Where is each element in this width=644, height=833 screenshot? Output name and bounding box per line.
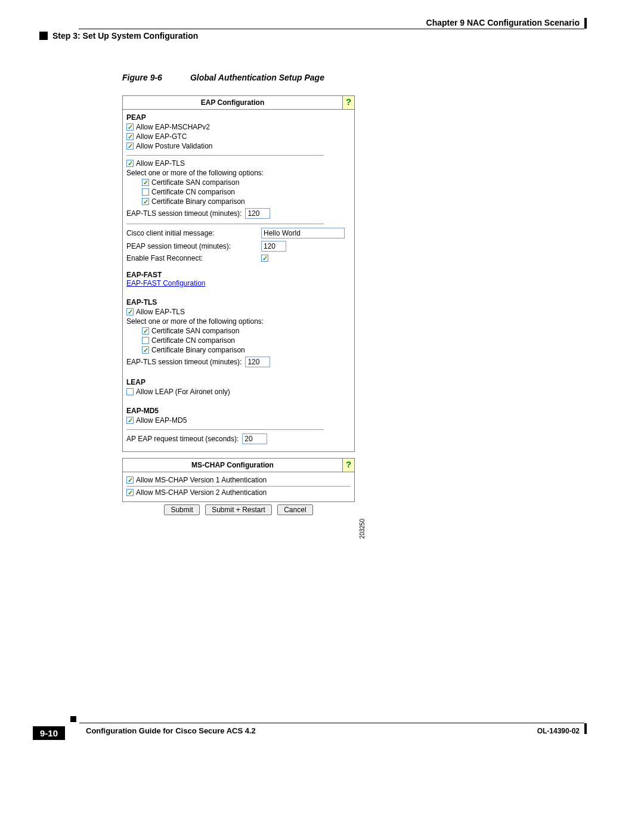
eaptls-timeout-label: EAP-TLS session timeout (minutes): [126, 358, 242, 366]
eaptls-select-hint: Select one or more of the following opti… [126, 317, 351, 326]
cancel-button[interactable]: Cancel [277, 504, 312, 515]
eapmd5-heading: EAP-MD5 [126, 407, 351, 415]
cisco-msg-label: Cisco client initial message: [126, 229, 258, 237]
help-icon[interactable]: ? [342, 96, 354, 109]
config-panel-group: EAP Configuration ? PEAP Allow EAP-MSCHA… [122, 95, 355, 515]
leap-allow-checkbox[interactable] [126, 388, 134, 395]
leap-heading: LEAP [126, 378, 351, 386]
footer-guide-title: Configuration Guide for Cisco Secure ACS… [86, 726, 256, 735]
doc-id: OL-14390-02 [537, 727, 580, 735]
divider [126, 486, 351, 487]
allow-mschapv2-checkbox[interactable] [126, 123, 134, 131]
peap-timeout-input[interactable] [261, 241, 286, 252]
peap-tls-timeout-label: EAP-TLS session timeout (minutes): [126, 209, 242, 218]
cisco-msg-input[interactable] [261, 228, 345, 239]
eaptls-cert-san-label: Certificate SAN comparison [151, 327, 239, 335]
peap-cert-bin-label: Certificate Binary comparison [151, 197, 245, 206]
fast-reconnect-checkbox[interactable] [261, 255, 268, 262]
eap-panel-title: EAP Configuration [123, 96, 342, 109]
allow-posture-label: Allow Posture Validation [136, 142, 213, 150]
peap-cert-bin-checkbox[interactable] [142, 198, 149, 205]
peap-cert-cn-label: Certificate CN comparison [151, 188, 235, 196]
allow-gtc-label: Allow EAP-GTC [136, 132, 187, 141]
divider [126, 155, 324, 156]
divider [126, 224, 324, 224]
peap-heading: PEAP [126, 113, 351, 122]
peap-allow-eaptls-checkbox[interactable] [126, 160, 134, 167]
ap-timeout-input[interactable] [242, 433, 267, 444]
eaptls-allow-label: Allow EAP-TLS [136, 308, 185, 316]
mschap-v1-label: Allow MS-CHAP Version 1 Authentication [136, 476, 267, 484]
allow-gtc-checkbox[interactable] [126, 133, 134, 140]
fast-reconnect-label: Enable Fast Reconnect: [126, 254, 258, 262]
eaptls-timeout-input[interactable] [245, 357, 270, 367]
peap-tls-timeout-input[interactable] [245, 208, 270, 219]
peap-cert-cn-checkbox[interactable] [142, 188, 149, 196]
footer-end-bar [584, 723, 587, 734]
figure-caption: Global Authentication Setup Page [190, 73, 324, 82]
step-title: Step 3: Set Up System Configuration [52, 31, 198, 41]
eapfast-config-link[interactable]: EAP-FAST Configuration [126, 279, 206, 287]
chapter-title: Chapter 9 NAC Configuration Scenario [426, 18, 580, 27]
peap-tls-select-hint: Select one or more of the following opti… [126, 169, 351, 177]
eaptls-cert-bin-label: Certificate Binary comparison [151, 346, 245, 354]
eaptls-cert-bin-checkbox[interactable] [142, 346, 149, 354]
step-bullet [39, 32, 48, 40]
eaptls-cert-san-checkbox[interactable] [142, 327, 149, 335]
eapmd5-allow-checkbox[interactable] [126, 417, 134, 424]
mschap-v2-label: Allow MS-CHAP Version 2 Authentication [136, 488, 267, 497]
eaptls-heading: EAP-TLS [126, 298, 351, 306]
header-rule [79, 29, 584, 29]
action-button-row: Submit Submit + Restart Cancel [122, 504, 355, 515]
allow-posture-checkbox[interactable] [126, 143, 134, 150]
eap-config-panel: EAP Configuration ? PEAP Allow EAP-MSCHA… [122, 95, 355, 452]
peap-cert-san-label: Certificate SAN comparison [151, 178, 239, 187]
help-icon[interactable]: ? [342, 459, 354, 472]
divider [126, 429, 324, 430]
footer-bullet [70, 716, 76, 722]
mschap-v1-checkbox[interactable] [126, 476, 134, 484]
mschap-config-panel: MS-CHAP Configuration ? Allow MS-CHAP Ve… [122, 458, 355, 502]
peap-timeout-label: PEAP session timeout (minutes): [126, 242, 258, 250]
ap-timeout-label: AP EAP request timeout (seconds): [126, 435, 239, 443]
image-id: 203250 [359, 519, 366, 538]
mschap-panel-title: MS-CHAP Configuration [123, 459, 342, 472]
figure-label: Figure 9-6 [122, 73, 188, 82]
submit-restart-button[interactable]: Submit + Restart [205, 504, 272, 515]
eaptls-cert-cn-label: Certificate CN comparison [151, 336, 235, 345]
leap-allow-label: Allow LEAP (For Aironet only) [136, 388, 230, 396]
eaptls-allow-checkbox[interactable] [126, 308, 134, 315]
eapmd5-allow-label: Allow EAP-MD5 [136, 416, 187, 425]
mschap-v2-checkbox[interactable] [126, 489, 134, 496]
peap-cert-san-checkbox[interactable] [142, 179, 149, 186]
eaptls-cert-cn-checkbox[interactable] [142, 337, 149, 344]
footer-rule [79, 723, 584, 723]
eapfast-heading: EAP-FAST [126, 271, 351, 279]
header-end-bar [584, 18, 587, 29]
allow-mschapv2-label: Allow EAP-MSCHAPv2 [136, 123, 210, 131]
peap-allow-eaptls-label: Allow EAP-TLS [136, 159, 185, 168]
submit-button[interactable]: Submit [164, 504, 199, 515]
page-number: 9-10 [33, 726, 65, 740]
